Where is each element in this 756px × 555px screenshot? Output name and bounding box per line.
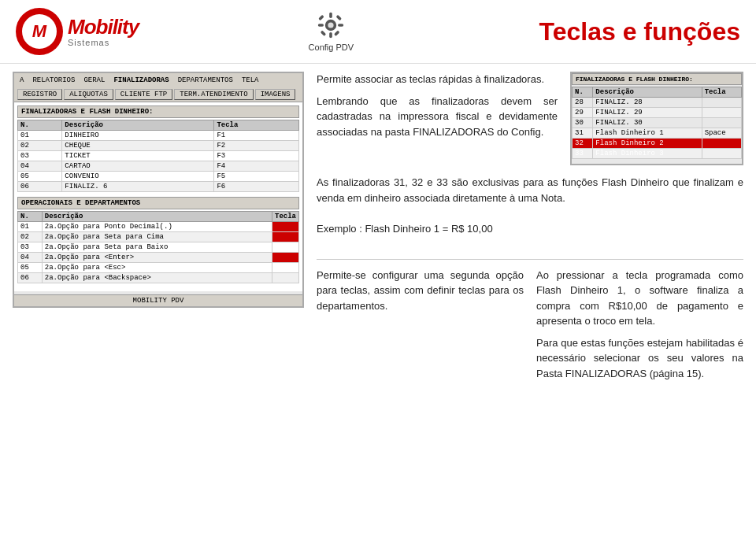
table-row: 30FINALIZ. 30 bbox=[573, 118, 742, 128]
table-row: 05CONVENIOF5 bbox=[18, 172, 299, 182]
top-right-section: Permite associar as teclas rápidas à fin… bbox=[317, 72, 743, 165]
table-row: 03TICKETF3 bbox=[18, 151, 299, 161]
table-row: 022a.Opção para Seta para Cima bbox=[18, 232, 299, 242]
svg-rect-7 bbox=[334, 30, 340, 36]
toolbar-termatend[interactable]: TERM.ATENDIMENTO bbox=[174, 89, 253, 100]
operacionais-table: N. Descrição Tecla 012a.Opção para Ponto… bbox=[17, 211, 299, 283]
section1-title: FINALIZADORAS E FLASH DINHEIRO: bbox=[17, 105, 299, 118]
svg-rect-6 bbox=[318, 15, 324, 21]
screen-menubar: A RELATORIOS GERAL FINALIZADORAS DEPARTA… bbox=[14, 73, 302, 87]
menu-relatorios[interactable]: RELATORIOS bbox=[28, 75, 79, 86]
logo-text: Mobility Sistemas bbox=[68, 16, 139, 48]
flash-note-text: As finalizadoras 31, 32 e 33 são exclusi… bbox=[317, 175, 743, 205]
config-pdv-label: Config PDV bbox=[309, 43, 354, 52]
bottom-right-para2: Para que estas funções estejam habilitad… bbox=[536, 335, 743, 382]
right-col: Permite associar as teclas rápidas à fin… bbox=[317, 72, 743, 387]
logo-mobility-text: Mobility bbox=[68, 16, 139, 39]
example-text: Exemplo : Flash Dinheiro 1 = R$ 10,00 bbox=[317, 221, 743, 237]
table-row: 062a.Opção para <Backspace> bbox=[18, 273, 299, 283]
screen-footer: MOBILITY PDV bbox=[14, 294, 302, 306]
col-desc2: Descrição bbox=[42, 212, 272, 222]
table-row: 28FINALIZ. 28 bbox=[573, 98, 742, 108]
logo-icon: M bbox=[16, 8, 63, 55]
svg-rect-5 bbox=[338, 24, 343, 27]
svg-rect-4 bbox=[318, 24, 324, 27]
table-row: 02CHEQUEF2 bbox=[18, 141, 299, 151]
menu-finalizadoras[interactable]: FINALIZADORAS bbox=[109, 75, 172, 86]
right-text-block: Permite associar as teclas rápidas à fin… bbox=[317, 72, 558, 146]
table-row: 052a.Opção para <Esc> bbox=[18, 263, 299, 273]
bottom-section: Permite-se configurar uma segunda opção … bbox=[317, 259, 743, 388]
toolbar-aliquotas[interactable]: ALIQUOTAS bbox=[64, 89, 113, 100]
main-content: A RELATORIOS GERAL FINALIZADORAS DEPARTA… bbox=[0, 64, 756, 395]
bottom-left-para: Permite-se configurar uma segunda opção … bbox=[317, 268, 524, 314]
bottom-right-para1: Ao pressionar a tecla programada como Fl… bbox=[536, 268, 743, 329]
table-row: 32Flash Dinheiro 2 bbox=[573, 139, 742, 149]
col-n2: N. bbox=[18, 212, 43, 222]
page-title: Teclas e funções bbox=[539, 17, 740, 46]
logo-sistemas-text: Sistemas bbox=[68, 38, 139, 47]
col-n: N. bbox=[18, 120, 62, 131]
table-row: 31Flash Dinheiro 1Space bbox=[573, 128, 742, 139]
toolbar-registro[interactable]: REGISTRO bbox=[17, 89, 62, 100]
right-screenshot: FINALIZADORAS E FLASH DINHEIRO: N. Descr… bbox=[570, 72, 743, 165]
col-desc: Descrição bbox=[62, 120, 214, 131]
gear-icon bbox=[317, 11, 345, 39]
col-tecla: Tecla bbox=[214, 120, 299, 131]
table-row: 01DINHEIROF1 bbox=[18, 131, 299, 141]
table-row: 33Flash Dinheiro 3 bbox=[573, 149, 742, 159]
para2-text: Lembrando que as finalizadoras devem ser… bbox=[317, 94, 558, 140]
table-row: 04CARTAOF4 bbox=[18, 161, 299, 172]
para1-text: Permite associar as teclas rápidas à fin… bbox=[317, 72, 558, 87]
svg-point-1 bbox=[328, 22, 334, 28]
menu-geral[interactable]: GERAL bbox=[80, 75, 109, 86]
svg-rect-9 bbox=[321, 30, 327, 36]
app-header: M Mobility Sistemas Config PDV Teclas e … bbox=[0, 0, 756, 64]
svg-rect-3 bbox=[330, 32, 333, 38]
menu-departamentos[interactable]: DEPARTAMENTOS bbox=[174, 75, 237, 86]
toolbar-clienteftp[interactable]: CLIENTE FTP bbox=[115, 89, 172, 100]
toolbar-imagens[interactable]: IMAGENS bbox=[255, 89, 296, 100]
svg-rect-8 bbox=[336, 15, 343, 21]
right-finalizadoras-table: N. Descrição Tecla 28FINALIZ. 28 29FINAL… bbox=[572, 87, 742, 159]
menu-a[interactable]: A bbox=[16, 75, 28, 86]
bottom-right-text: Ao pressionar a tecla programada como Fl… bbox=[536, 268, 743, 388]
table-row: 012a.Opção para Ponto Decimal(.) bbox=[18, 222, 299, 232]
bottom-left-text: Permite-se configurar uma segunda opção … bbox=[317, 268, 524, 388]
table-row: 032a.Opção para Seta para Baixo bbox=[18, 242, 299, 253]
svg-rect-2 bbox=[330, 13, 333, 18]
section2-title: OPERACIONAIS E DEPARTAMENTOS bbox=[17, 197, 299, 209]
table-row: 29FINALIZ. 29 bbox=[573, 108, 742, 118]
left-screenshot: A RELATORIOS GERAL FINALIZADORAS DEPARTA… bbox=[13, 72, 304, 308]
col-tecla2: Tecla bbox=[272, 212, 298, 222]
left-screenshot-col: A RELATORIOS GERAL FINALIZADORAS DEPARTA… bbox=[13, 72, 304, 387]
logo-area: M Mobility Sistemas bbox=[16, 8, 139, 55]
screen-main-content: FINALIZADORAS E FLASH DINHEIRO: N. Descr… bbox=[14, 102, 302, 291]
table-row: 06FINALIZ. 6F6 bbox=[18, 182, 299, 192]
screen-toolbar: REGISTRO ALIQUOTAS CLIENTE FTP TERM.ATEN… bbox=[14, 87, 302, 102]
finalizadoras-table: N. Descrição Tecla 01DINHEIROF1 02CHEQUE… bbox=[17, 120, 299, 192]
menu-tela[interactable]: TELA bbox=[238, 75, 263, 86]
table-row: 042a.Opção para <Enter> bbox=[18, 253, 299, 263]
right-section-title: FINALIZADORAS E FLASH DINHEIRO: bbox=[572, 73, 742, 85]
header-center: Config PDV bbox=[139, 11, 523, 52]
